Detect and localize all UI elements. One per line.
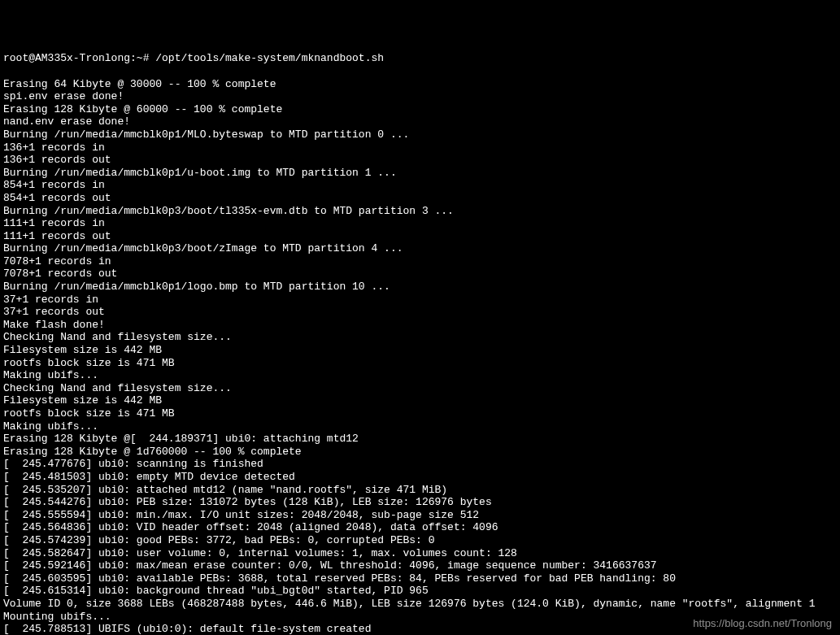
terminal-line: [ 245.615314] ubi0: background thread "u… [3,585,837,598]
terminal-line: [ 245.477676] ubi0: scanning is finished [3,458,837,471]
shell-prompt-command[interactable]: root@AM335x-Tronlong:~# /opt/tools/make-… [3,52,837,65]
terminal-line: Making ubifs... [3,369,837,382]
terminal-line: [ 245.582647] ubi0: user volume: 0, inte… [3,547,837,560]
terminal-line: [ 245.535207] ubi0: attached mtd12 (name… [3,484,837,497]
terminal-line: [ 245.592146] ubi0: max/mean erase count… [3,559,837,572]
terminal-line: Burning /run/media/mmcblk0p1/u-boot.img … [3,167,837,180]
terminal-line: 111+1 records out [3,230,837,243]
terminal-line: 136+1 records in [3,141,837,154]
terminal-line: [ 245.555594] ubi0: min./max. I/O unit s… [3,509,837,522]
terminal-line: 111+1 records in [3,217,837,230]
terminal-line: Erasing 128 Kibyte @ 60000 -- 100 % comp… [3,103,837,116]
terminal-line: rootfs block size is 471 MB [3,357,837,370]
terminal-line: Checking Nand and filesystem size... [3,331,837,344]
terminal-output: Erasing 64 Kibyte @ 30000 -- 100 % compl… [3,78,837,635]
terminal-line: [ 245.564836] ubi0: VID header offset: 2… [3,521,837,534]
terminal-line: Burning /run/media/mmcblk0p3/boot/tl335x… [3,205,837,218]
terminal-line: Making ubifs... [3,420,837,433]
terminal-line: 37+1 records out [3,306,837,319]
terminal-line: Erasing 128 Kibyte @[ 244.189371] ubi0: … [3,433,837,446]
terminal-line: Burning /run/media/mmcblk0p1/logo.bmp to… [3,281,837,294]
terminal-line: Checking Nand and filesystem size... [3,382,837,395]
terminal-line: 854+1 records in [3,179,837,192]
terminal-line: Burning /run/media/mmcblk0p3/boot/zImage… [3,242,837,255]
terminal-line: Filesystem size is 442 MB [3,344,837,357]
terminal-line: Volume ID 0, size 3688 LEBs (468287488 b… [3,598,837,611]
watermark-text: https://blog.csdn.net/Tronlong [693,617,832,630]
terminal-line: 7078+1 records out [3,267,837,281]
terminal-line: Make flash done! [3,319,837,332]
terminal-line: [ 245.574239] ubi0: good PEBs: 3772, bad… [3,534,837,547]
terminal-line: nand.env erase done! [3,115,837,128]
terminal-line: rootfs block size is 471 MB [3,407,837,420]
terminal-line: [ 245.544276] ubi0: PEB size: 131072 byt… [3,496,837,509]
terminal-line: Erasing 64 Kibyte @ 30000 -- 100 % compl… [3,78,837,91]
terminal-line: spi.env erase done! [3,90,837,103]
terminal-line: 136+1 records out [3,154,837,167]
terminal-line: [ 245.481503] ubi0: empty MTD device det… [3,471,837,484]
terminal-line: 7078+1 records in [3,255,837,268]
terminal-line: 854+1 records out [3,192,837,205]
terminal-line: [ 245.603595] ubi0: available PEBs: 3688… [3,572,837,585]
terminal-line: 37+1 records in [3,294,837,307]
terminal-line: Burning /run/media/mmcblk0p1/MLO.byteswa… [3,128,837,141]
terminal-line: Erasing 128 Kibyte @ 1d760000 -- 100 % c… [3,446,837,459]
terminal-line: Filesystem size is 442 MB [3,394,837,407]
